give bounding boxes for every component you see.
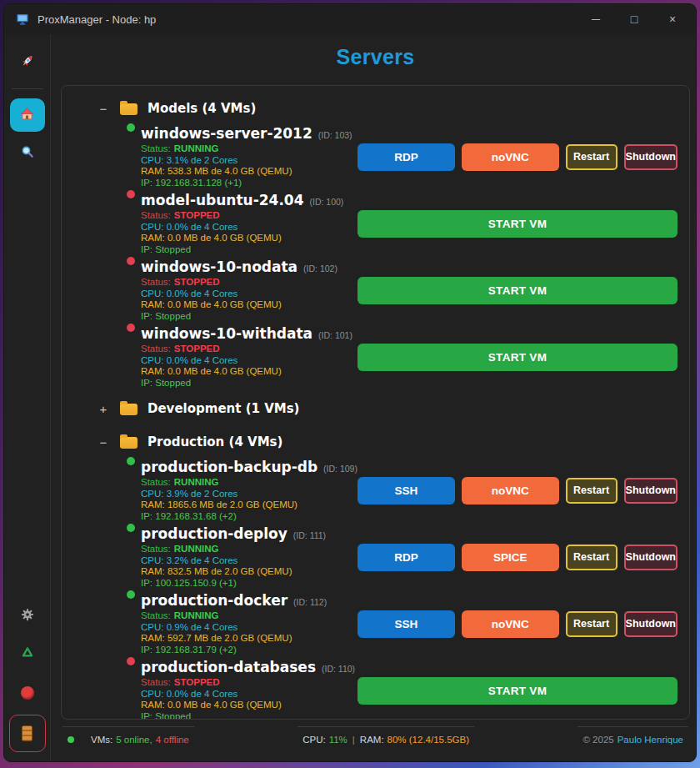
vm-name: production-deploy bbox=[141, 525, 288, 542]
sidebar-item-settings[interactable] bbox=[10, 600, 45, 633]
start-vm-button[interactable]: START VM bbox=[358, 344, 678, 371]
status-value: RUNNING bbox=[174, 477, 219, 487]
copyright: © 2025 Paulo Henrique bbox=[578, 726, 688, 745]
cpu-label: CPU: bbox=[302, 735, 325, 745]
folder-icon bbox=[120, 103, 138, 115]
vm-ram-line: RAM: 592.7 MB de 2.0 GB (QEMU) bbox=[127, 633, 358, 645]
group-label: Development (1 VMs) bbox=[148, 401, 299, 416]
status-label: Status: bbox=[141, 143, 171, 153]
vm-group-header[interactable]: +Development (1 VMs) bbox=[62, 392, 689, 425]
sidebar-item-launch[interactable] bbox=[10, 46, 45, 79]
servers-panel: −Models (4 VMs)windows-server-2012(ID: 1… bbox=[61, 85, 690, 720]
shutdown-button[interactable]: Shutdown bbox=[624, 478, 678, 504]
vm-name-row: windows-10-withdata(ID: 101) bbox=[127, 325, 358, 342]
vm-row: model-ubuntu-24.04(ID: 100)Status:STOPPE… bbox=[62, 192, 689, 255]
novnc-button[interactable]: noVNC bbox=[462, 143, 559, 171]
maximize-button[interactable]: □ bbox=[621, 8, 648, 30]
ssh-button[interactable]: SSH bbox=[358, 610, 455, 638]
vm-cpu-line: CPU: 3.2% de 4 Cores bbox=[127, 555, 358, 567]
resource-usage: CPU: 11% | RAM: 80% (12.4/15.5GB) bbox=[298, 726, 474, 745]
vm-group-header[interactable]: −Models (4 VMs) bbox=[62, 92, 689, 125]
vm-name: windows-10-withdata bbox=[141, 325, 312, 342]
vm-ram-line: RAM: 538.3 MB de 4.0 GB (QEMU) bbox=[127, 166, 358, 178]
window-controls: ─ □ × bbox=[582, 8, 686, 30]
vm-actions: SSHnoVNCRestartShutdown bbox=[358, 610, 678, 638]
shutdown-button[interactable]: Shutdown bbox=[624, 611, 678, 637]
vm-status-dot bbox=[127, 257, 135, 265]
vm-group: +Development (1 VMs) bbox=[62, 392, 689, 425]
vm-name-row: production-databases(ID: 110) bbox=[127, 659, 358, 675]
collapse-icon[interactable]: − bbox=[97, 102, 110, 116]
rdp-button[interactable]: RDP bbox=[358, 143, 455, 171]
vm-row: windows-server-2012(ID: 103)Status:RUNNI… bbox=[62, 125, 689, 188]
minimize-button[interactable]: ─ bbox=[582, 8, 609, 30]
vm-name-row: model-ubuntu-24.04(ID: 100) bbox=[127, 192, 358, 208]
status-label: Status: bbox=[141, 344, 171, 354]
server-tree: −Models (4 VMs)windows-server-2012(ID: 1… bbox=[62, 92, 689, 720]
status-label: Status: bbox=[141, 544, 171, 554]
vm-actions: START VM bbox=[358, 677, 678, 705]
ram-value: 80% (12.4/15.5GB) bbox=[388, 735, 469, 745]
novnc-button[interactable]: noVNC bbox=[462, 610, 559, 638]
start-vm-button[interactable]: START VM bbox=[358, 277, 678, 304]
vm-ip-line: IP: Stopped bbox=[127, 311, 358, 323]
main-content: Servers −Models (4 VMs)windows-server-20… bbox=[51, 34, 696, 761]
shutdown-button[interactable]: Shutdown bbox=[624, 545, 678, 570]
vm-id: (ID: 112) bbox=[293, 594, 327, 607]
vm-status-dot bbox=[127, 190, 135, 198]
vm-ip-line: IP: Stopped bbox=[127, 378, 358, 389]
folder-icon bbox=[120, 404, 138, 415]
vm-cpu-line: CPU: 3.1% de 2 Cores bbox=[127, 155, 358, 167]
vm-status-dot bbox=[127, 123, 135, 132]
restart-button[interactable]: Restart bbox=[566, 545, 618, 570]
vm-ram-line: RAM: 0.0 MB de 4.0 GB (QEMU) bbox=[127, 233, 358, 244]
sidebar-item-refresh[interactable] bbox=[10, 638, 45, 671]
sidebar-item-search[interactable] bbox=[10, 137, 45, 170]
title-bar: ProxManager - Node: hp ─ □ × bbox=[4, 4, 696, 34]
vm-group-header[interactable]: −Production (4 VMs) bbox=[62, 425, 689, 459]
vm-ip-line: IP: Stopped bbox=[127, 244, 358, 256]
app-body: Servers −Models (4 VMs)windows-server-20… bbox=[4, 34, 696, 761]
vm-actions: RDPnoVNCRestartShutdown bbox=[358, 143, 678, 171]
novnc-button[interactable]: noVNC bbox=[462, 477, 559, 504]
gear-icon bbox=[20, 607, 35, 625]
expand-icon[interactable]: + bbox=[97, 402, 110, 416]
status-value: RUNNING bbox=[174, 544, 219, 554]
vm-info: windows-10-withdata(ID: 101)Status:STOPP… bbox=[127, 325, 358, 389]
ram-label: RAM: bbox=[360, 735, 384, 745]
start-vm-button[interactable]: START VM bbox=[358, 210, 678, 238]
vm-ram-line: RAM: 1865.6 MB de 2.0 GB (QEMU) bbox=[127, 499, 358, 511]
vm-info: production-backup-db(ID: 109)Status:RUNN… bbox=[127, 459, 358, 522]
spice-button[interactable]: SPICE bbox=[462, 544, 559, 571]
vm-status-line: Status:RUNNING bbox=[127, 477, 358, 489]
close-button[interactable]: × bbox=[659, 8, 686, 30]
status-label: Status: bbox=[141, 277, 171, 287]
app-window: ProxManager - Node: hp ─ □ × bbox=[3, 3, 697, 762]
status-label: Status: bbox=[141, 610, 171, 620]
folder-icon bbox=[120, 437, 138, 449]
vm-info: production-deploy(ID: 111)Status:RUNNING… bbox=[127, 525, 358, 589]
shutdown-button[interactable]: Shutdown bbox=[624, 144, 678, 170]
restart-button[interactable]: Restart bbox=[566, 144, 618, 170]
vm-ip-line: IP: 100.125.150.9 (+1) bbox=[127, 578, 358, 590]
stop-icon bbox=[21, 686, 34, 700]
sidebar-item-stop-all[interactable] bbox=[10, 676, 45, 710]
rdp-button[interactable]: RDP bbox=[358, 544, 455, 571]
vm-status-line: Status:RUNNING bbox=[127, 544, 358, 555]
restart-button[interactable]: Restart bbox=[566, 611, 618, 637]
vm-status-dot bbox=[127, 590, 135, 599]
vm-group: −Models (4 VMs)windows-server-2012(ID: 1… bbox=[62, 92, 689, 389]
restart-button[interactable]: Restart bbox=[566, 478, 618, 504]
author-link[interactable]: Paulo Henrique bbox=[618, 735, 683, 745]
vm-id: (ID: 103) bbox=[318, 127, 352, 140]
vm-row: windows-10-withdata(ID: 101)Status:STOPP… bbox=[62, 325, 689, 389]
ssh-button[interactable]: SSH bbox=[358, 477, 455, 504]
vm-status-line: Status:STOPPED bbox=[127, 344, 358, 355]
collapse-icon[interactable]: − bbox=[97, 435, 110, 449]
sidebar-item-exit[interactable] bbox=[9, 715, 46, 752]
status-bar: VMs: 5 online, 4 offline CPU: 11% | RAM:… bbox=[61, 726, 690, 756]
online-indicator-dot bbox=[68, 736, 74, 743]
start-vm-button[interactable]: START VM bbox=[358, 677, 678, 705]
vm-summary: VMs: 5 online, 4 offline bbox=[62, 726, 194, 745]
sidebar-item-servers[interactable] bbox=[10, 98, 45, 132]
